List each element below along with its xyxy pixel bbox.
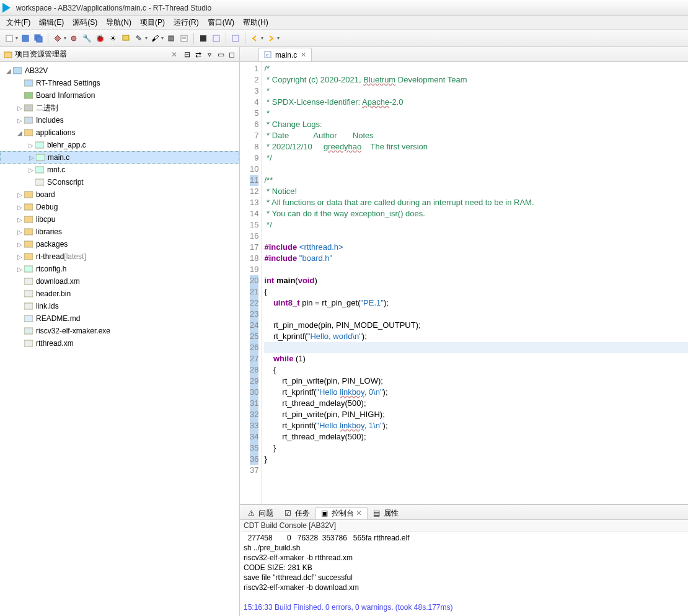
link-editor-icon[interactable]: ⇄ <box>193 50 203 59</box>
menu-6[interactable]: 窗口(W) <box>204 16 238 29</box>
tree-item-rtconfig-h[interactable]: ▷rtconfig.h <box>0 263 239 275</box>
code-line-21[interactable]: { <box>264 286 688 297</box>
new-button[interactable] <box>4 33 15 44</box>
code-line-23[interactable] <box>264 309 688 320</box>
tree-item-sconscript[interactable]: SConscript <box>0 176 239 188</box>
code-line-33[interactable]: rt_kprintf("Hello linkboy, 1\n"); <box>264 420 688 431</box>
bottom-tab-task[interactable]: ☑任务 <box>279 507 315 519</box>
save-button[interactable] <box>20 33 31 44</box>
collapse-all-icon[interactable]: ⊟ <box>182 50 192 59</box>
tree-item-riscv32-elf-xmaker-exe[interactable]: riscv32-elf-xmaker.exe <box>0 325 239 337</box>
code-line-17[interactable]: #include <rtthread.h> <box>264 242 688 253</box>
code-line-32[interactable]: rt_pin_write(pin, PIN_HIGH); <box>264 409 688 420</box>
code-body[interactable]: /* * Copyright (c) 2020-2021, Bluetrum D… <box>262 62 688 504</box>
tree-item-blehr-app-c[interactable]: ▷blehr_app.c <box>0 139 239 151</box>
bottom-tab-prop[interactable]: ▤属性 <box>368 507 404 519</box>
code-line-2[interactable]: * Copyright (c) 2020-2021, Bluetrum Deve… <box>264 74 688 86</box>
code-line-15[interactable]: */ <box>264 219 688 231</box>
build-button[interactable] <box>52 33 63 44</box>
download-button[interactable] <box>120 33 131 44</box>
code-line-10[interactable] <box>264 164 688 175</box>
code-line-12[interactable]: * Notice! <box>264 186 688 197</box>
menu-1[interactable]: 编辑(E) <box>35 16 68 29</box>
code-line-18[interactable]: #include "board.h" <box>264 253 688 264</box>
code-line-26[interactable] <box>264 342 688 353</box>
forward-button[interactable] <box>265 33 276 44</box>
menu-3[interactable]: 导航(N) <box>102 16 135 29</box>
code-line-16[interactable] <box>264 231 688 242</box>
tree-item-rt-thread-settings[interactable]: RT-Thread Settings <box>0 77 239 89</box>
tree-item-board-information[interactable]: Board Information <box>0 89 239 102</box>
chip-button[interactable] <box>165 33 177 44</box>
view-menu-icon[interactable]: ▿ <box>205 50 214 59</box>
code-line-31[interactable]: rt_thread_mdelay(500); <box>264 398 688 409</box>
code-line-4[interactable]: * SPDX-License-Identifier: Apache-2.0 <box>264 97 688 108</box>
save-all-button[interactable] <box>33 33 44 44</box>
code-line-25[interactable]: rt_kprintf("Hello, world\n"); <box>264 331 688 342</box>
tree-item-packages[interactable]: ▷packages <box>0 238 239 250</box>
tree-item-debug[interactable]: ▷Debug <box>0 201 239 213</box>
tree-item-header-bin[interactable]: header.bin <box>0 288 239 300</box>
menu-0[interactable]: 文件(F) <box>2 16 34 29</box>
tree-item-board[interactable]: ▷board <box>0 188 239 201</box>
tree-item-rt-thread[interactable]: ▷rt-thread [latest] <box>0 250 239 263</box>
debug-button[interactable]: 🐞 <box>94 33 105 44</box>
code-line-7[interactable]: * Date Author Notes <box>264 130 688 141</box>
tree-item--[interactable]: ▷二进制 <box>0 102 239 114</box>
collapse-button[interactable] <box>230 33 241 44</box>
tree-item-main-c[interactable]: ▷main.c <box>0 151 239 164</box>
index-button[interactable] <box>211 33 222 44</box>
tree-item-link-lds[interactable]: link.lds <box>0 300 239 312</box>
bottom-tab-console[interactable]: ▣控制台 ✕ <box>315 507 368 519</box>
code-line-35[interactable]: } <box>264 442 688 454</box>
close-icon[interactable]: ✕ <box>356 509 362 517</box>
terminal-button[interactable] <box>198 33 209 44</box>
code-line-1[interactable]: /* <box>264 63 688 74</box>
project-tree[interactable]: ◢AB32VRT-Thread SettingsBoard Informatio… <box>0 62 239 616</box>
code-line-8[interactable]: * 2020/12/10 greedyhao The first version <box>264 141 688 152</box>
code-line-24[interactable]: rt_pin_mode(pin, PIN_MODE_OUTPUT); <box>264 320 688 331</box>
code-line-13[interactable]: * All functions or data that are called … <box>264 197 688 208</box>
tree-item-readme-md[interactable]: README.md <box>0 312 239 325</box>
menu-7[interactable]: 帮助(H) <box>239 16 272 29</box>
code-line-30[interactable]: rt_kprintf("Hello linkboy, 0\n"); <box>264 387 688 398</box>
code-line-29[interactable]: rt_pin_write(pin, PIN_LOW); <box>264 376 688 387</box>
sun-button[interactable]: ☀ <box>107 33 118 44</box>
tree-root[interactable]: ◢AB32V <box>0 64 239 77</box>
code-line-6[interactable]: * Change Logs: <box>264 119 688 130</box>
bottom-tab-warn[interactable]: ⚠问题 <box>242 507 279 519</box>
code-line-11[interactable]: /** <box>264 175 688 186</box>
list-button[interactable] <box>179 33 190 44</box>
menu-4[interactable]: 项目(P) <box>136 16 169 29</box>
code-line-3[interactable]: * <box>264 86 688 97</box>
code-line-28[interactable]: { <box>264 364 688 376</box>
wrench-button[interactable]: 🔧 <box>81 33 92 44</box>
close-icon[interactable]: ✕ <box>301 51 306 59</box>
code-line-5[interactable]: * <box>264 108 688 119</box>
maximize-icon[interactable]: ◻ <box>227 50 237 59</box>
tree-item-includes[interactable]: ▷Includes <box>0 114 239 126</box>
code-line-19[interactable] <box>264 264 688 275</box>
code-line-22[interactable]: uint8_t pin = rt_pin_get("PE.1"); <box>264 297 688 309</box>
minimize-icon[interactable]: ▭ <box>216 50 226 59</box>
code-line-36[interactable]: } <box>264 454 688 465</box>
code-editor[interactable]: 1234567891011121314151617181920212223242… <box>240 62 688 504</box>
tree-item-download-xm[interactable]: download.xm <box>0 275 239 288</box>
tab-main-c[interactable]: c main.c ✕ <box>258 48 312 61</box>
tree-item-libcpu[interactable]: ▷libcpu <box>0 213 239 226</box>
back-button[interactable] <box>249 33 260 44</box>
code-line-34[interactable]: rt_thread_mdelay(500); <box>264 431 688 442</box>
brush-button[interactable]: 🖌 <box>149 33 161 44</box>
code-line-27[interactable]: while (1) <box>264 353 688 364</box>
tree-item-mnt-c[interactable]: ▷mnt.c <box>0 164 239 176</box>
menu-5[interactable]: 运行(R) <box>170 16 203 29</box>
explorer-close-tab[interactable]: ✕ <box>171 50 177 59</box>
config-button[interactable] <box>68 33 79 44</box>
tree-item-applications[interactable]: ◢applications <box>0 126 239 139</box>
console-output[interactable]: 277458 0 76328 353786 565fa rtthread.elf… <box>240 532 688 616</box>
code-line-37[interactable] <box>264 465 688 476</box>
tree-item-libraries[interactable]: ▷libraries <box>0 226 239 238</box>
clean-button[interactable]: ✎ <box>133 33 144 44</box>
code-line-20[interactable]: int main(void) <box>264 275 688 286</box>
tree-item-rtthread-xm[interactable]: rtthread.xm <box>0 337 239 350</box>
